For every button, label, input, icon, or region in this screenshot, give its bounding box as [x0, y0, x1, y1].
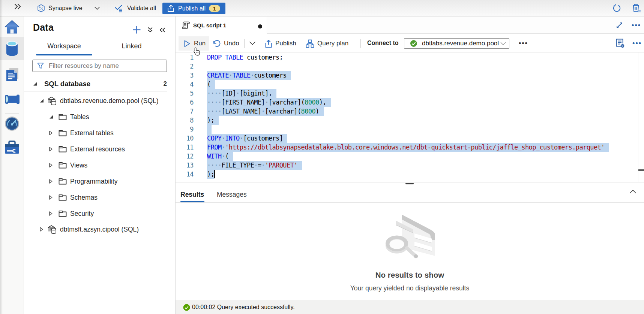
line-number: 9: [176, 125, 194, 134]
synapse-logo-icon: [37, 4, 45, 12]
line-number: 5: [176, 89, 194, 98]
tab-results[interactable]: Results: [180, 186, 204, 203]
line-number: 14: [176, 170, 194, 179]
pool-status-icon: [410, 40, 417, 47]
integrate-icon: [4, 93, 20, 105]
pool-select-chevron: [500, 42, 506, 45]
publish-icon: [167, 4, 174, 12]
tree-label: External tables: [70, 129, 114, 137]
data-icon: [5, 40, 19, 56]
collapse-results-icon[interactable]: [629, 190, 636, 194]
tree-collapsed-caret[interactable]: [49, 179, 53, 184]
tab-linked[interactable]: Linked: [104, 42, 160, 50]
editor-toolbar: Run Undo Publish Query plan Connect to: [176, 34, 644, 52]
selection-highlight: ····FILE_TYPE·=·'PARQUET': [207, 161, 302, 170]
sidebar-item-develop[interactable]: [0, 63, 24, 86]
mode-chevron-icon[interactable]: [94, 6, 100, 10]
code-editor[interactable]: 1DROP TABLE customers;23CREATE·TABLE·cus…: [176, 52, 644, 182]
tree-row[interactable]: dbtmsft.azsyn.cipool (SQL): [24, 221, 176, 238]
add-resource-icon[interactable]: [132, 25, 141, 34]
tree-label: Views: [70, 161, 87, 169]
selection-highlight: WITH·(: [207, 152, 233, 161]
monitor-icon: [4, 116, 20, 132]
undo-icon: [213, 40, 221, 48]
tab-sql-script-1[interactable]: SQL script 1: [176, 16, 267, 34]
tree-collapsed-caret[interactable]: [49, 147, 53, 152]
pool-icon: [47, 96, 57, 106]
sidebar-item-integrate[interactable]: [0, 88, 24, 111]
filter-input[interactable]: Filter resources by name: [32, 60, 167, 72]
publish-all-button[interactable]: Publish all 1: [162, 3, 225, 14]
mode-label: Synapse live: [48, 5, 83, 12]
tree-row[interactable]: Tables: [24, 109, 176, 125]
code-line-2: 2: [176, 62, 638, 71]
run-play-icon: [183, 40, 191, 48]
sidebar-item-monitor[interactable]: [0, 112, 24, 135]
overview-cursor-marker: [638, 169, 644, 171]
tree-row[interactable]: External tables: [24, 125, 176, 141]
tree-row[interactable]: Security: [24, 206, 176, 222]
sidebar-item-home[interactable]: [0, 16, 24, 39]
collapse-panel-icon[interactable]: [159, 27, 165, 33]
tree-collapsed-caret[interactable]: [49, 211, 53, 216]
doc-tab-title: SQL script 1: [193, 22, 226, 28]
tree-collapsed-caret[interactable]: [49, 163, 53, 168]
pool-select-dropdown[interactable]: dbtlabs.revenue.demo.pool: [404, 38, 509, 49]
tab-messages[interactable]: Messages: [217, 186, 247, 203]
top-command-bar: Synapse live Validate all Publish all 1: [0, 0, 644, 16]
line-number: 6: [176, 98, 194, 107]
sql-script-icon: [182, 21, 190, 30]
expand-sidebar-icon[interactable]: [14, 3, 22, 10]
results-active-underline: [180, 201, 204, 202]
empty-state-subtitle: Your query yielded no displayable result…: [176, 284, 644, 292]
selection-highlight: (: [207, 80, 215, 89]
line-number: 4: [176, 80, 194, 89]
selection-highlight: COPY·INTO·[customers]: [207, 134, 287, 143]
sidebar-item-data[interactable]: [0, 37, 24, 60]
selection-highlight: ····[LAST_NAME]·[varchar](8000): [207, 107, 324, 116]
tree-expanded-caret[interactable]: [49, 115, 53, 119]
tree-row[interactable]: External resources: [24, 141, 176, 157]
code-line-12: 12WITH·(: [176, 152, 638, 161]
splitter-handle[interactable]: [405, 183, 414, 184]
line-number: 8: [176, 116, 194, 125]
run-options-chevron[interactable]: [249, 41, 256, 45]
publish-button[interactable]: Publish: [265, 36, 296, 51]
query-plan-button[interactable]: Query plan: [306, 36, 348, 51]
tree-collapsed-caret[interactable]: [49, 131, 53, 136]
line-number: 12: [176, 152, 194, 161]
collapse-all-icon[interactable]: [147, 27, 153, 33]
filter-funnel-icon: [37, 63, 44, 69]
tree-expanded-caret[interactable]: [33, 82, 37, 86]
tree-collapsed-caret[interactable]: [49, 195, 53, 200]
code-line-4: 4(: [176, 80, 638, 89]
tree-row[interactable]: Views: [24, 157, 176, 173]
editor-more-icon[interactable]: •••: [632, 41, 642, 45]
overview-ruler: [638, 52, 638, 182]
discard-all-icon[interactable]: [632, 3, 641, 13]
refresh-icon[interactable]: [612, 4, 621, 12]
pool-icon: [47, 224, 57, 234]
toolbar-more-icon[interactable]: •••: [519, 41, 528, 45]
properties-icon[interactable]: [615, 38, 625, 48]
sidebar-item-manage[interactable]: [0, 136, 24, 159]
tree-collapsed-caret[interactable]: [40, 227, 43, 232]
line-number: 11: [176, 143, 194, 152]
tree-row[interactable]: Schemas: [24, 190, 176, 206]
tab-more-icon[interactable]: •••: [632, 23, 641, 27]
tree-row[interactable]: dbtlabs.revenue.demo.pool (SQL): [24, 93, 176, 109]
tree-row[interactable]: Programmability: [24, 173, 176, 190]
tree-row[interactable]: SQL database2: [24, 76, 176, 92]
unsaved-changes-dot: [258, 24, 262, 28]
code-line-13: 13····FILE_TYPE·=·'PARQUET': [176, 161, 638, 170]
tab-workspace[interactable]: Workspace: [36, 42, 92, 50]
expand-editor-icon[interactable]: [616, 22, 623, 28]
mode-selector[interactable]: Synapse live: [37, 0, 83, 16]
panel-splitter[interactable]: [176, 182, 644, 186]
code-line-9: 9: [176, 125, 638, 134]
code-line-3: 3CREATE·TABLE·customers: [176, 71, 638, 80]
results-tabbar: Results Messages: [176, 186, 644, 203]
undo-button[interactable]: Undo: [213, 36, 239, 51]
validate-all-button[interactable]: Validate all: [114, 0, 156, 16]
tree-expanded-caret[interactable]: [40, 99, 44, 103]
